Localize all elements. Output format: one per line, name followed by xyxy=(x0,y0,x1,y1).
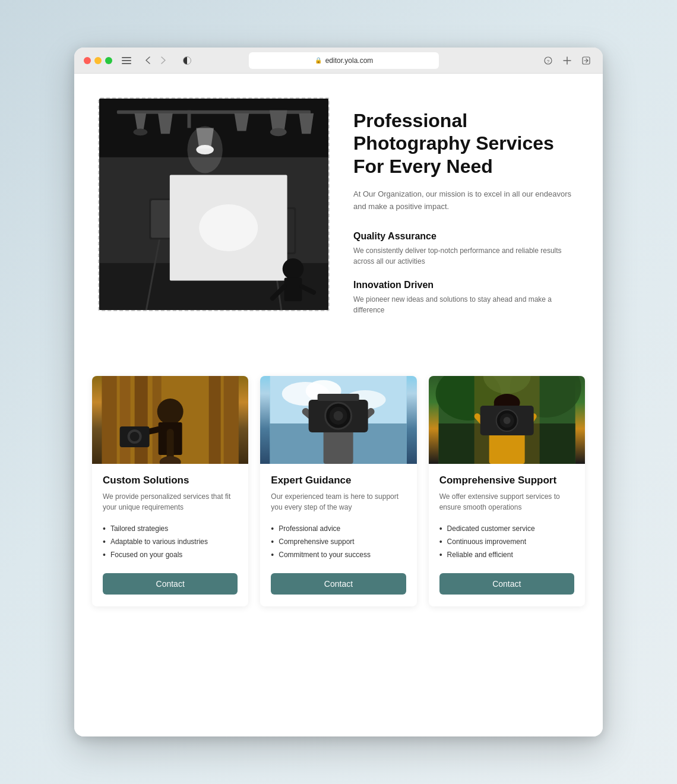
card-body-2: Expert Guidance Our experienced team is … xyxy=(260,464,416,606)
maximize-button[interactable] xyxy=(105,57,112,64)
svg-rect-1 xyxy=(122,60,131,61)
list-item: Professional advice xyxy=(271,522,406,535)
card-list-2: Professional advice Comprehensive suppor… xyxy=(271,522,406,561)
list-item: Commitment to your success xyxy=(271,548,406,561)
svg-text:?: ? xyxy=(547,59,550,64)
card-list-1: Tailored strategies Adaptable to various… xyxy=(103,522,238,561)
svg-rect-2 xyxy=(122,63,131,64)
card-custom-solutions: Custom Solutions We provide personalized… xyxy=(92,376,248,606)
help-icon[interactable]: ? xyxy=(541,53,555,68)
photographer3-image xyxy=(429,376,585,464)
list-item: Reliable and efficient xyxy=(439,548,574,561)
list-item: Dedicated customer service xyxy=(439,522,574,535)
url-text: editor.yola.com xyxy=(325,56,374,65)
card-body-1: Custom Solutions We provide personalized… xyxy=(92,464,248,606)
minimize-button[interactable] xyxy=(94,57,102,64)
list-item: Tailored strategies xyxy=(103,522,238,535)
feature-desc-1: We consistently deliver top-notch perfor… xyxy=(353,245,579,267)
toolbar-right: ? xyxy=(541,53,593,68)
list-item: Continuous improvement xyxy=(439,535,574,548)
card-comprehensive-support: Comprehensive Support We offer extensive… xyxy=(429,376,585,606)
contact-button-3[interactable]: Contact xyxy=(439,573,574,595)
card-title-2: Expert Guidance xyxy=(271,475,406,486)
browser-toolbar: 🔒 editor.yola.com ? xyxy=(74,48,603,74)
feature-innovation-driven: Innovation Driven We pioneer new ideas a… xyxy=(353,280,579,315)
hero-text: Professional Photography Services For Ev… xyxy=(353,97,579,328)
card-image-3 xyxy=(429,376,585,464)
svg-point-19 xyxy=(270,128,287,136)
card-expert-guidance: Expert Guidance Our experienced team is … xyxy=(260,376,416,606)
list-item: Adaptable to various industries xyxy=(103,535,238,548)
forward-button[interactable] xyxy=(156,53,170,68)
studio-image xyxy=(99,99,328,310)
svg-point-12 xyxy=(134,128,148,135)
traffic-lights xyxy=(84,57,112,64)
lock-icon: 🔒 xyxy=(315,57,322,64)
svg-rect-0 xyxy=(122,57,131,58)
card-desc-2: Our experienced team is here to support … xyxy=(271,491,406,513)
card-title-1: Custom Solutions xyxy=(103,475,238,486)
hero-description: At Our Organization, our mission is to e… xyxy=(353,188,579,213)
feature-title-1: Quality Assurance xyxy=(353,231,579,242)
svg-rect-64 xyxy=(318,394,359,401)
card-list-3: Dedicated customer service Continuous im… xyxy=(439,522,574,561)
svg-point-83 xyxy=(503,417,510,424)
feature-title-2: Innovation Driven xyxy=(353,280,579,290)
back-button[interactable] xyxy=(141,53,155,68)
theme-icon[interactable] xyxy=(180,53,194,68)
svg-point-63 xyxy=(334,411,343,421)
card-body-3: Comprehensive Support We offer extensive… xyxy=(429,464,585,606)
contact-button-2[interactable]: Contact xyxy=(271,573,406,595)
close-button[interactable] xyxy=(84,57,91,64)
browser-content: Professional Photography Services For Ev… xyxy=(74,74,603,736)
list-item: Comprehensive support xyxy=(271,535,406,548)
svg-marker-18 xyxy=(270,110,287,131)
hero-title: Professional Photography Services For Ev… xyxy=(353,109,579,178)
contact-button-1[interactable]: Contact xyxy=(103,573,238,595)
photographer2-image xyxy=(260,376,416,464)
svg-point-47 xyxy=(130,432,140,441)
svg-point-16 xyxy=(188,126,223,173)
card-image-1 xyxy=(92,376,248,464)
list-item: Focused on your goals xyxy=(103,548,238,561)
add-icon[interactable] xyxy=(560,53,574,68)
feature-quality-assurance: Quality Assurance We consistently delive… xyxy=(353,231,579,267)
card-desc-1: We provide personalized services that fi… xyxy=(103,491,238,513)
share-icon[interactable] xyxy=(579,53,593,68)
svg-point-28 xyxy=(199,204,258,251)
svg-rect-10 xyxy=(188,110,191,128)
card-desc-3: We offer extensive support services to e… xyxy=(439,491,574,513)
hero-section: Professional Photography Services For Ev… xyxy=(86,86,591,340)
nav-buttons xyxy=(141,53,170,68)
svg-point-29 xyxy=(283,258,304,280)
sidebar-toggle-icon[interactable] xyxy=(119,53,134,68)
address-bar[interactable]: 🔒 editor.yola.com xyxy=(249,52,439,69)
card-title-3: Comprehensive Support xyxy=(439,475,574,486)
svg-rect-30 xyxy=(284,278,302,302)
card-image-2 xyxy=(260,376,416,464)
feature-desc-2: We pioneer new ideas and solutions to st… xyxy=(353,294,579,315)
hero-image-container xyxy=(98,97,330,311)
browser-window: 🔒 editor.yola.com ? xyxy=(74,48,603,736)
cards-section: Custom Solutions We provide personalized… xyxy=(86,370,591,612)
photographer1-image xyxy=(92,376,248,464)
svg-point-42 xyxy=(157,399,184,425)
